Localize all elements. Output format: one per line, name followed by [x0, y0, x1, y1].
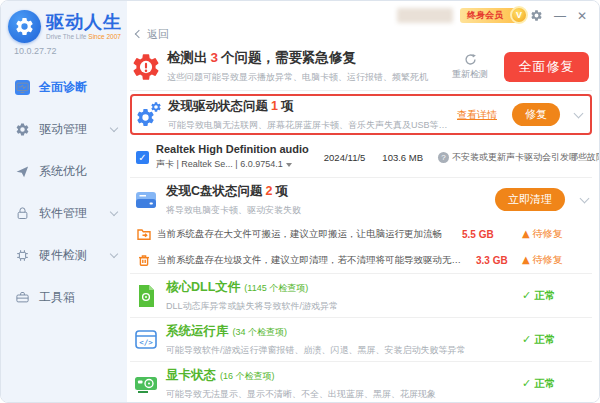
check-status: ✓ 正常: [522, 333, 582, 347]
sidebar-item-label: 工具箱: [39, 289, 75, 306]
sidebar-item-label: 系统优化: [39, 163, 87, 180]
app-title: 驱动人生: [46, 13, 122, 32]
check-subtitle: DLL动态库异常或缺失将导致软件/游戏异常: [166, 300, 515, 313]
trash-clean-icon: [137, 253, 151, 267]
check-title: 核心DLL文件(1145 个检查项): [166, 279, 515, 296]
sidebar-item-software-management[interactable]: 软件管理: [1, 192, 127, 234]
recheck-label: 重新检测: [452, 68, 488, 81]
disk-problem-subtitle: 将导致电脑变卡顿、驱动安装失败: [166, 204, 488, 217]
disk-icon: [133, 187, 159, 213]
driver-problem-count: 1: [271, 99, 278, 113]
vip-icon: V: [510, 6, 528, 24]
disk-item-status: ▲ 待修复: [522, 227, 582, 241]
app-version: 10.0.27.72: [1, 44, 127, 66]
app-tagline: Drive The Life: [46, 33, 86, 40]
driver-item-row: ✓ Realtek High Definition audio 声卡 | Rea…: [130, 137, 592, 177]
check-count-note: (16 个检查项): [220, 371, 275, 381]
app-window: 驱动人生 Drive The LifeSince 2007 10.0.27.72…: [0, 0, 600, 403]
sidebar-item-toolbox[interactable]: 工具箱: [1, 276, 127, 318]
sidebar-item-system-optimize[interactable]: 系统优化: [1, 150, 127, 192]
runtime-check-section: </> 系统运行库(34 个检查项) 可能导致软件/游戏运行弹窗报错、崩溃、闪退…: [130, 318, 592, 361]
question-icon: ?: [438, 152, 449, 163]
disk-item-status: ▲ 待修复: [522, 253, 582, 267]
close-icon[interactable]: ✕: [577, 9, 587, 23]
sidebar: 驱动人生 Drive The LifeSince 2007 10.0.27.72…: [1, 1, 127, 402]
warning-triangle-icon: ▲: [522, 229, 530, 239]
titlebar: 终身会员 V — ✕: [127, 1, 599, 25]
svg-text:</>: </>: [139, 338, 153, 347]
clean-now-button[interactable]: 立即清理: [495, 188, 565, 211]
toolbox-icon: [15, 290, 30, 305]
chevron-down-icon[interactable]: [110, 249, 118, 257]
check-title: 显卡状态(16 个检查项): [166, 367, 515, 384]
disk-item-text: 当前系统盘存在大文件可搬运，建议立即搬运，让电脑运行更加流畅: [157, 228, 442, 241]
chevron-down-icon[interactable]: [574, 108, 584, 118]
chevron-left-icon: [135, 30, 143, 38]
diagnosis-monitor-icon: [15, 80, 30, 95]
sidebar-item-full-diagnosis[interactable]: 全面诊断: [1, 66, 127, 108]
check-subtitle: 可能导致无法显示、显示不清晰、不全、出现蓝屏、黑屏、花屏现象: [166, 388, 515, 401]
check-status: ✓ 正常: [522, 289, 582, 303]
disk-item-size: 3.3 GB: [476, 255, 516, 266]
driver-checkbox[interactable]: ✓: [136, 151, 149, 164]
chevron-down-icon[interactable]: [580, 193, 590, 203]
disk-problem-section: 发现C盘状态问题2项 将导致电脑变卡顿、驱动安装失败 立即清理: [130, 178, 592, 221]
sidebar-item-hardware-detect[interactable]: 硬件检测: [1, 234, 127, 276]
driver-problem-title: 发现驱动状态问题1项: [168, 98, 451, 115]
sidebar-menu: 全面诊断 驱动管理 系统优化 软件管理: [1, 66, 127, 318]
driver-problem-subtitle: 可能导致电脑无法联网、屏幕花屏蓝屏卡顿、音乐失声失真及USB等设备识别运行异常: [168, 119, 451, 132]
chevron-down-icon[interactable]: [110, 123, 118, 131]
divider: [130, 90, 592, 91]
lock-icon: [15, 206, 30, 221]
chip-icon: [15, 248, 30, 263]
diagnosis-content: 检测出3个问题，需要紧急修复 这些问题可能导致显示播放异常、电脑卡顿、运行报错、…: [127, 43, 599, 402]
problem-count: 3: [211, 50, 219, 65]
app-logo-icon: [8, 10, 41, 43]
sidebar-item-label: 全面诊断: [39, 79, 87, 96]
sidebar-item-label: 软件管理: [39, 205, 87, 222]
chevron-down-icon[interactable]: [110, 207, 118, 215]
check-count-note: (34 个检查项): [233, 327, 288, 337]
dll-check-section: 核心DLL文件(1145 个检查项) DLL动态库异常或缺失将导致软件/游戏异常…: [130, 274, 592, 317]
diagnosis-summary: 检测出3个问题，需要紧急修复 这些问题可能导致显示播放异常、电脑卡顿、运行报错、…: [130, 43, 592, 90]
recheck-button[interactable]: 重新检测: [452, 53, 488, 81]
summary-title: 检测出3个问题，需要紧急修复: [167, 49, 452, 67]
disk-item-junk-files: 当前系统盘存在垃圾文件，建议立即清理，若不清理将可能导致驱动无法正常安装 3.3…: [130, 247, 592, 273]
member-badge-label: 终身会员: [467, 9, 503, 22]
gpu-check-section: 显卡状态(16 个检查项) 可能导致无法显示、显示不清晰、不全、出现蓝屏、黑屏、…: [130, 362, 592, 403]
sidebar-item-driver-management[interactable]: 驱动管理: [1, 108, 127, 150]
summary-subtitle: 这些问题可能导致显示播放异常、电脑卡顿、运行报错、频繁死机: [167, 71, 452, 84]
rocket-icon: [15, 164, 30, 179]
main-panel: 终身会员 V — ✕ 返回: [127, 1, 599, 402]
check-ok-icon: ✓: [522, 333, 531, 346]
driver-faq-link[interactable]: ? 不安装或更新声卡驱动会引发哪些故障: [438, 151, 600, 164]
settings-gear-icon[interactable]: [530, 9, 543, 22]
dll-file-icon: [133, 283, 159, 309]
sidebar-item-label: 硬件检测: [39, 247, 87, 264]
driver-date: 2024/11/5: [324, 152, 366, 163]
disk-problem-count: 2: [266, 184, 273, 198]
back-button[interactable]: 返回: [127, 25, 599, 43]
check-ok-icon: ✓: [522, 377, 531, 390]
refresh-icon: [464, 53, 477, 66]
check-subtitle: 可能导致软件/游戏运行弹窗报错、崩溃、闪退、黑屏、安装启动失败等异常: [166, 344, 515, 357]
gear-icon: [15, 122, 30, 137]
version-dropdown-icon[interactable]: [286, 163, 292, 167]
blurred-account-name: [397, 8, 453, 23]
check-count-note: (1145 个检查项): [244, 283, 308, 293]
back-label: 返回: [147, 27, 169, 42]
check-title: 系统运行库(34 个检查项): [166, 323, 515, 340]
runtime-code-icon: </>: [133, 327, 159, 353]
check-ok-icon: ✓: [522, 289, 531, 302]
disk-item-large-files: 当前系统盘存在大文件可搬运，建议立即搬运，让电脑运行更加流畅 5.5 GB ▲ …: [130, 221, 592, 247]
driver-problem-section: 发现驱动状态问题1项 可能导致电脑无法联网、屏幕花屏蓝屏卡顿、音乐失声失真及US…: [130, 94, 592, 135]
gpu-card-icon: [133, 371, 159, 397]
fix-all-button[interactable]: 全面修复: [504, 52, 589, 82]
view-details-link[interactable]: 查看详情: [457, 108, 497, 122]
warning-triangle-icon: ▲: [522, 255, 530, 265]
repair-button[interactable]: 修复: [512, 103, 560, 126]
minimize-icon[interactable]: —: [554, 9, 566, 23]
disk-problem-title: 发现C盘状态问题2项: [166, 183, 488, 200]
member-badge[interactable]: 终身会员 V: [460, 8, 519, 23]
app-since: Since 2007: [88, 33, 121, 40]
